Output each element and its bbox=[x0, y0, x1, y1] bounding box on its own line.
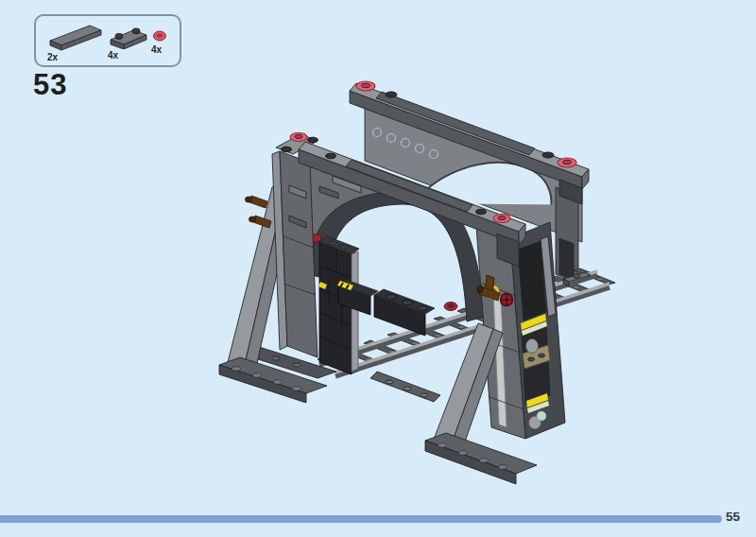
brown-tap bbox=[246, 196, 268, 208]
red-handwheel bbox=[501, 294, 513, 306]
red-round-tile bbox=[493, 215, 510, 223]
progress-bar bbox=[0, 515, 722, 523]
gray-cylinder bbox=[526, 339, 539, 354]
red-round-tile bbox=[356, 81, 375, 91]
red-round-tile bbox=[558, 158, 576, 167]
red-round-tile bbox=[444, 303, 457, 311]
model-illustration bbox=[0, 0, 756, 537]
red-round-tile bbox=[290, 133, 307, 142]
page-number: 55 bbox=[726, 510, 740, 524]
right-pillar bbox=[425, 222, 565, 484]
instruction-page: 2x 4x 4x 53 bbox=[0, 0, 756, 537]
